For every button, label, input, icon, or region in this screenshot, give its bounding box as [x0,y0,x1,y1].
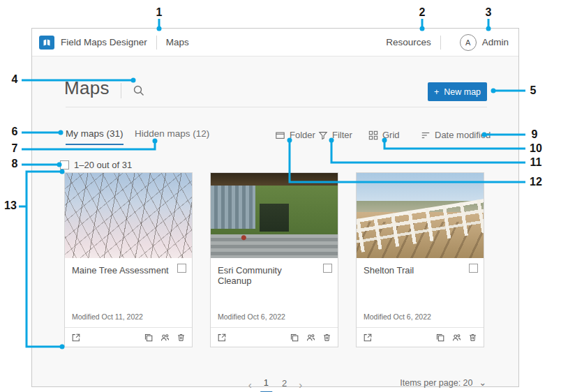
callout-number-11: 11 [530,156,542,169]
card-footer [211,328,338,347]
page-title: Maps [64,77,110,99]
card-modified: Modified Oct 11, 2022 [72,312,143,321]
map-card[interactable]: Esri Community Cleanup Modified Oct 6, 2… [210,172,338,347]
card-footer [65,328,192,347]
resources-link[interactable]: Resources [386,37,431,47]
callout-number-10: 10 [530,142,542,155]
callout-number-12: 12 [530,176,542,188]
callout-number-2: 2 [419,6,426,19]
callout-number-6: 6 [12,126,18,138]
delete-icon[interactable] [177,333,186,342]
app-title: Field Maps Designer [61,37,147,47]
share-icon[interactable] [160,333,170,342]
new-map-label: New map [444,87,481,97]
card-thumbnail[interactable] [211,173,338,258]
sort-icon [421,130,431,140]
grid-view-button[interactable]: Grid [368,130,400,140]
grid-icon [368,130,378,140]
page-1-button[interactable]: 1 [260,376,272,392]
grid-label: Grid [382,130,400,140]
filter-label: Filter [332,130,352,140]
title-divider [121,83,121,98]
card-info: Shelton Trail Modified Oct 6, 2022 [357,258,484,328]
field-maps-logo-icon [39,36,54,50]
card-modified: Modified Oct 6, 2022 [364,312,431,321]
folder-button[interactable]: Folder [275,130,315,140]
avatar-initial: A [465,38,470,47]
share-icon[interactable] [306,333,316,342]
title-rule [66,107,487,107]
share-icon[interactable] [451,333,462,342]
search-icon[interactable] [133,84,145,97]
card-checkbox[interactable] [469,264,478,273]
card-footer [357,328,484,347]
map-card[interactable]: Shelton Trail Modified Oct 6, 2022 [356,172,484,347]
avatar[interactable]: A [460,34,477,51]
duplicate-icon[interactable] [144,333,154,342]
app-header: Field Maps Designer Maps Resources A Adm… [32,29,518,56]
tab-hidden-maps[interactable]: Hidden maps (12) [135,128,209,144]
chevron-down-icon: ⌄ [479,377,486,388]
callout-number-4: 4 [12,73,18,86]
callout-number-3: 3 [486,6,492,19]
fence-graphic [357,197,484,255]
card-title: Shelton Trail [364,265,461,276]
card-info: Esri Community Cleanup Modified Oct 6, 2… [211,258,338,328]
card-checkbox[interactable] [177,264,186,273]
user-menu[interactable]: Admin [482,37,509,47]
callout-number-8: 8 [12,158,18,170]
sort-button[interactable]: Date modified [421,130,491,140]
callout-number-9: 9 [532,128,538,141]
new-map-button[interactable]: + New map [428,82,487,101]
open-map-icon[interactable] [71,333,81,342]
items-per-page-label: Items per page: 20 [400,378,472,388]
header-divider [156,36,157,50]
card-title: Maine Tree Assessment [72,265,170,276]
duplicate-icon[interactable] [435,333,445,342]
items-per-page-select[interactable]: Items per page: 20 ⌄ [400,377,486,388]
card-thumbnail[interactable] [65,173,192,258]
card-checkbox[interactable] [323,264,332,273]
delete-icon[interactable] [468,333,477,342]
tab-my-maps[interactable]: My maps (31) [66,128,124,145]
callout-number-1: 1 [156,6,163,19]
filter-button[interactable]: Filter [318,130,352,140]
duplicate-icon[interactable] [290,333,299,342]
card-thumbnail[interactable] [357,173,484,258]
callout-number-13: 13 [4,199,17,212]
open-map-icon[interactable] [363,333,373,342]
plus-icon: + [434,87,439,97]
card-title: Esri Community Cleanup [218,265,315,286]
callout-number-5: 5 [530,84,537,97]
page-2-button[interactable]: 2 [278,377,290,392]
sort-label: Date modified [435,130,491,140]
delete-icon[interactable] [322,333,331,342]
chevron-left-icon[interactable]: ‹ [246,379,254,391]
header-divider-2 [440,36,441,50]
filter-icon [318,130,328,140]
selection-range-label: 1–20 out of 31 [74,160,132,170]
folder-label: Folder [290,130,315,140]
card-modified: Modified Oct 6, 2022 [218,312,285,321]
selection-row: 1–20 out of 31 [60,160,132,170]
map-card[interactable]: Maine Tree Assessment Modified Oct 11, 2… [64,172,193,347]
screenshot-root: Field Maps Designer Maps Resources A Adm… [0,0,561,392]
breadcrumb-maps[interactable]: Maps [166,37,189,47]
callout-number-7: 7 [12,142,18,155]
pagination: ‹ 1 2 › [246,376,304,392]
select-all-checkbox[interactable] [60,160,69,169]
folder-icon [275,130,285,140]
card-info: Maine Tree Assessment Modified Oct 11, 2… [65,258,192,328]
open-map-icon[interactable] [217,333,227,342]
chevron-right-icon[interactable]: › [297,379,304,391]
app-window: Field Maps Designer Maps Resources A Adm… [31,28,519,387]
